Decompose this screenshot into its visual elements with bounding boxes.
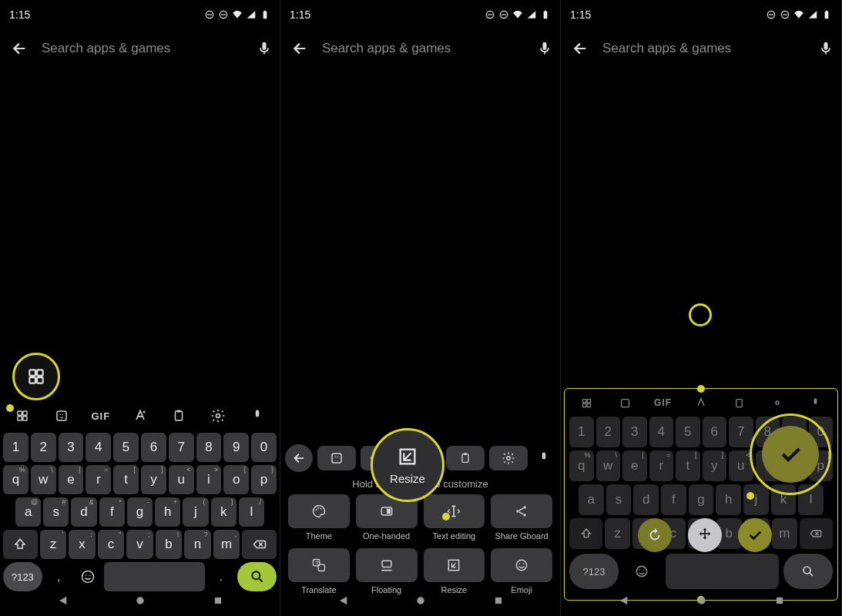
key-f[interactable]: f — [661, 484, 686, 515]
toolbar-clipboard[interactable] — [446, 446, 485, 470]
sticker-icon[interactable] — [42, 409, 82, 423]
backspace-key[interactable] — [800, 518, 833, 549]
key-4[interactable]: 4 — [86, 433, 111, 462]
tb-settings-icon[interactable] — [758, 392, 796, 413]
key-w[interactable]: w — [596, 450, 621, 481]
key-2[interactable]: 2 — [31, 433, 56, 462]
voice-search-icon[interactable] — [818, 41, 834, 56]
key-y[interactable]: y — [141, 465, 166, 494]
key-y[interactable]: y — [703, 450, 727, 481]
nav-recents-icon[interactable] — [213, 595, 223, 606]
backspace-key[interactable] — [242, 530, 277, 559]
tb-mic-icon[interactable] — [797, 392, 834, 413]
key-7[interactable]: 7 — [169, 433, 194, 462]
key-j[interactable]: j — [743, 484, 769, 515]
key-f[interactable]: f — [99, 497, 125, 527]
key-5[interactable]: 5 — [113, 433, 139, 462]
key-s[interactable]: s — [606, 484, 632, 515]
mic-icon[interactable] — [237, 409, 277, 423]
resize-move-button[interactable] — [688, 518, 722, 552]
nav-back-icon[interactable] — [617, 594, 629, 607]
key-u[interactable]: u — [729, 450, 753, 481]
toolbar-settings[interactable] — [489, 446, 528, 470]
key-6[interactable]: 6 — [141, 433, 166, 462]
nav-home-icon[interactable] — [134, 594, 146, 607]
key-n[interactable]: n — [184, 530, 210, 559]
menu-share-gboard[interactable]: Share Gboard — [491, 494, 552, 541]
key-u[interactable]: u — [169, 465, 194, 494]
tb-sticker-icon[interactable] — [606, 392, 643, 413]
key-k[interactable]: k — [771, 484, 797, 515]
nav-back-icon[interactable] — [337, 594, 349, 607]
resize-frame[interactable]: GIF 1 2 3 4 5 6 7 8 9 0 q w e — [564, 388, 838, 601]
key-1[interactable]: 1 — [569, 417, 594, 447]
key-e[interactable]: e — [59, 465, 84, 494]
back-icon[interactable] — [572, 40, 589, 57]
key-d[interactable]: d — [633, 484, 659, 515]
shift-key[interactable] — [569, 518, 602, 549]
tb-text-style-icon[interactable] — [682, 392, 720, 413]
key-t[interactable]: t — [676, 450, 700, 481]
key-d[interactable]: d — [71, 497, 96, 527]
key-p[interactable]: p — [251, 465, 277, 494]
gboard-menu-icon[interactable] — [3, 409, 42, 423]
text-style-icon[interactable] — [120, 408, 159, 424]
search-input[interactable]: Search apps & games — [42, 41, 243, 56]
key-4[interactable]: 4 — [649, 417, 674, 447]
search-input[interactable]: Search apps & games — [602, 41, 804, 56]
menu-text-editing[interactable]: Text editing — [424, 494, 485, 541]
key-5[interactable]: 5 — [676, 417, 700, 447]
key-6[interactable]: 6 — [703, 417, 727, 447]
key-0[interactable]: 0 — [251, 433, 277, 462]
key-m[interactable]: m — [213, 530, 240, 559]
tb-grid-icon[interactable] — [568, 392, 606, 413]
resize-reset-button[interactable] — [638, 518, 672, 552]
back-icon[interactable] — [291, 40, 308, 57]
key-q[interactable]: q — [3, 465, 29, 494]
toolbar-sticker[interactable] — [317, 446, 356, 470]
search-input[interactable]: Search apps & games — [322, 41, 523, 56]
settings-icon[interactable] — [199, 408, 238, 424]
tb-clipboard-icon[interactable] — [720, 392, 758, 413]
key-j[interactable]: j — [183, 497, 208, 527]
key-9[interactable]: 9 — [223, 433, 249, 462]
key-e[interactable]: e — [622, 450, 647, 481]
key-c[interactable]: c — [98, 530, 124, 559]
key-3[interactable]: 3 — [59, 433, 84, 462]
key-x[interactable]: x — [69, 530, 95, 559]
key-m[interactable]: m — [772, 518, 797, 549]
emoji-key[interactable] — [623, 554, 661, 589]
tb-gif[interactable]: GIF — [644, 392, 682, 413]
key-2[interactable]: 2 — [596, 417, 621, 447]
key-h[interactable]: h — [155, 497, 180, 527]
key-l[interactable]: l — [798, 484, 824, 515]
key-t[interactable]: t — [113, 465, 139, 494]
key-q[interactable]: q — [569, 450, 594, 481]
nav-home-icon[interactable] — [414, 594, 427, 607]
key-r[interactable]: r — [649, 450, 674, 481]
key-o[interactable]: o — [223, 465, 249, 494]
numeric-key[interactable]: ?123 — [569, 554, 619, 589]
confirm-bubble[interactable] — [762, 426, 819, 483]
key-g[interactable]: g — [127, 497, 153, 527]
key-1[interactable]: 1 — [3, 433, 29, 462]
key-7[interactable]: 7 — [729, 417, 753, 447]
keyboard-back-button[interactable] — [285, 444, 313, 472]
gboard-menu-button-bubble[interactable] — [12, 353, 60, 400]
key-3[interactable]: 3 — [622, 417, 647, 447]
key-8[interactable]: 8 — [196, 433, 222, 462]
nav-back-icon[interactable] — [56, 594, 69, 607]
gif-icon[interactable]: GIF — [81, 410, 120, 422]
back-icon[interactable] — [11, 40, 28, 57]
key-z[interactable]: z — [605, 518, 630, 549]
voice-search-icon[interactable] — [257, 41, 272, 56]
nav-home-icon[interactable] — [696, 594, 708, 607]
key-z[interactable]: z — [40, 530, 66, 559]
key-w[interactable]: w — [31, 465, 56, 494]
resize-handle-top[interactable] — [697, 385, 705, 393]
key-i[interactable]: i — [196, 465, 222, 494]
menu-theme[interactable]: Theme — [288, 494, 350, 541]
key-a[interactable]: a — [579, 484, 604, 515]
nav-recents-icon[interactable] — [774, 595, 785, 606]
key-v[interactable]: v — [126, 530, 153, 559]
